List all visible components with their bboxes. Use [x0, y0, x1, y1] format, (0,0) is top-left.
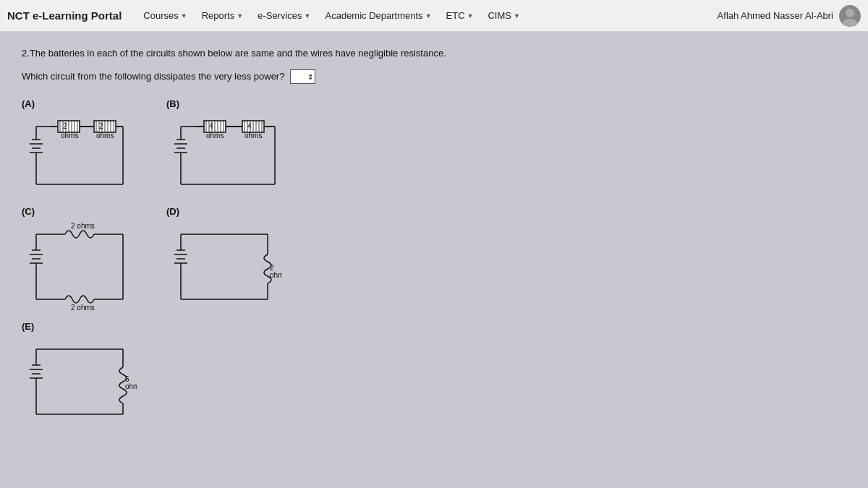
- nav-reports-arrow: ▼: [237, 12, 243, 20]
- navigation-bar: NCT e-Learning Portal Courses ▼ Reports …: [0, 0, 868, 32]
- circuits-container: (A): [22, 98, 846, 429]
- nav-eservices-arrow: ▼: [305, 12, 311, 20]
- answer-select-wrapper[interactable]: A B C D E: [290, 69, 315, 84]
- svg-text:2 ohms: 2 ohms: [71, 222, 95, 230]
- brand-logo: NCT e-Learning Portal: [7, 9, 122, 22]
- nav-cims-arrow: ▼: [514, 12, 520, 20]
- nav-courses-arrow: ▼: [181, 12, 187, 20]
- nav-eservices[interactable]: e-Services ▼: [250, 0, 318, 31]
- circuit-B: (B) 4: [166, 98, 289, 199]
- circuit-D-label: (D): [166, 206, 179, 217]
- circuit-C-label: (C): [22, 206, 35, 217]
- svg-text:2: 2: [99, 122, 103, 130]
- user-profile[interactable]: Aflah Ahmed Nasser Al-Abri: [718, 5, 861, 27]
- circuit-E-label: (E): [22, 321, 34, 332]
- nav-academic[interactable]: Academic Departments ▼: [318, 0, 439, 31]
- question-line2-container: Which circuit from the following dissipa…: [22, 69, 846, 84]
- svg-text:ohms: ohms: [61, 132, 78, 140]
- svg-text:2: 2: [63, 122, 67, 130]
- nav-etc-label: ETC: [446, 10, 465, 21]
- circuit-A: (A): [22, 98, 137, 199]
- svg-text:4: 4: [209, 122, 213, 130]
- circuit-E: (E) 6: [22, 321, 137, 429]
- nav-academic-label: Academic Departments: [326, 10, 423, 21]
- main-content: 2.The batteries in each of the circuits …: [0, 32, 868, 488]
- circuit-B-label: (B): [166, 98, 179, 109]
- nav-etc-arrow: ▼: [467, 12, 474, 20]
- nav-reports[interactable]: Reports ▼: [195, 0, 250, 31]
- svg-text:ohms: ohms: [206, 132, 224, 140]
- nav-reports-label: Reports: [202, 10, 235, 21]
- nav-cims[interactable]: CIMS ▼: [480, 0, 527, 31]
- circuit-C: (C) 2 ohms 2 ohms: [22, 206, 137, 314]
- circuit-row-2: (C) 2 ohms 2 ohms: [22, 206, 846, 314]
- question-line2: Which circuit from the following dissipa…: [22, 69, 284, 84]
- circuit-row-1: (A): [22, 98, 846, 199]
- nav-academic-arrow: ▼: [425, 12, 432, 20]
- svg-text:ohms: ohms: [125, 382, 137, 390]
- svg-text:2 ohms: 2 ohms: [71, 304, 95, 312]
- svg-text:ohms: ohms: [244, 132, 262, 140]
- circuit-D: (D) 2: [166, 206, 282, 314]
- question-line1: 2.The batteries in each of the circuits …: [22, 46, 846, 61]
- user-name: Aflah Ahmed Nasser Al-Abri: [718, 10, 833, 21]
- svg-point-1: [843, 19, 857, 26]
- svg-point-0: [846, 9, 854, 17]
- nav-courses-label: Courses: [143, 10, 178, 21]
- nav-cims-label: CIMS: [488, 10, 511, 21]
- user-avatar: [839, 5, 861, 27]
- circuit-row-3: (E) 6: [22, 321, 846, 429]
- svg-text:ohms: ohms: [96, 132, 114, 140]
- svg-text:4: 4: [247, 122, 252, 130]
- nav-courses[interactable]: Courses ▼: [136, 0, 194, 31]
- circuit-A-label: (A): [22, 98, 35, 109]
- svg-text:ohms: ohms: [270, 271, 282, 279]
- answer-select[interactable]: A B C D E: [290, 69, 315, 84]
- nav-etc[interactable]: ETC ▼: [439, 0, 481, 31]
- nav-eservices-label: e-Services: [258, 10, 302, 21]
